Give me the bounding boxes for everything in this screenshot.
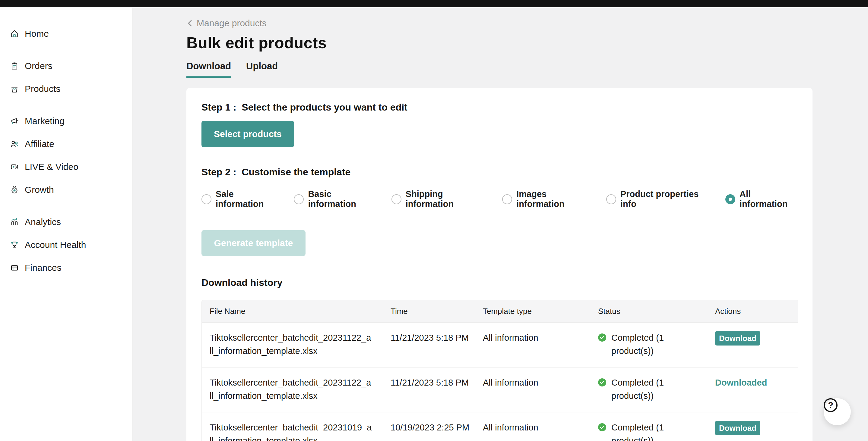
column-header-template-type: Template type (483, 307, 598, 316)
sidebar-item-affiliate[interactable]: Affiliate (0, 133, 132, 156)
video-camera-icon (10, 162, 19, 171)
generate-template-button[interactable]: Generate template (202, 230, 306, 256)
radio-option-images-information[interactable]: Images information (502, 189, 592, 209)
page-title: Bulk edit products (186, 34, 868, 52)
radio-unselected-icon (294, 194, 304, 204)
radio-option-shipping-information[interactable]: Shipping information (392, 189, 489, 209)
growth-star-icon (10, 185, 19, 194)
analytics-chart-icon (10, 217, 19, 227)
sidebar-item-label: LIVE & Video (25, 162, 79, 172)
downloaded-link[interactable]: Downloaded (715, 378, 767, 387)
sidebar-divider (6, 206, 126, 206)
sidebar-item-label: Account Health (25, 240, 86, 250)
radio-option-label: All information (740, 189, 798, 209)
template-type-cell: All information (483, 421, 598, 441)
file-name-cell: Tiktoksellercenter_batchedit_20231122_al… (202, 376, 391, 402)
table-header-row: File NameTimeTemplate typeStatusActions (202, 300, 798, 322)
check-circle-icon (598, 376, 606, 402)
sidebar-item-orders[interactable]: Orders (0, 55, 132, 77)
template-radio-group: Sale informationBasic informationShippin… (202, 189, 798, 209)
table-row: Tiktoksellercenter_batchedit_20231122_al… (202, 367, 798, 412)
radio-option-label: Product properties info (620, 189, 711, 209)
status-text: Completed (1 product(s)) (611, 376, 673, 402)
download-button[interactable]: Download (715, 331, 760, 345)
tab-bar: DownloadUpload (186, 61, 868, 78)
radio-option-basic-information[interactable]: Basic information (294, 189, 377, 209)
file-name-cell: Tiktoksellercenter_batchedit_20231019_al… (202, 421, 391, 441)
step2-heading: Step 2 : Customise the template (202, 167, 798, 178)
column-header-time: Time (391, 307, 483, 316)
sidebar-item-label: Orders (25, 61, 53, 71)
actions-cell: Download (715, 421, 798, 441)
sidebar-item-marketing[interactable]: Marketing (0, 110, 132, 133)
sidebar-item-label: Analytics (25, 217, 61, 227)
sidebar-item-label: Affiliate (25, 139, 54, 149)
radio-unselected-icon (392, 194, 401, 204)
status-cell: Completed (1 product(s)) (598, 331, 715, 358)
question-mark-icon: ? (824, 398, 838, 412)
sidebar-item-live-video[interactable]: LIVE & Video (0, 156, 132, 178)
chevron-left-icon (186, 19, 193, 28)
sidebar-item-label: Products (25, 84, 60, 94)
radio-unselected-icon (502, 194, 512, 204)
sidebar-item-analytics[interactable]: Analytics (0, 210, 132, 233)
radio-option-sale-information[interactable]: Sale information (202, 189, 280, 209)
sidebar-item-growth[interactable]: Growth (0, 178, 132, 201)
tab-upload[interactable]: Upload (246, 61, 278, 78)
radio-option-label: Shipping information (406, 189, 489, 209)
radio-unselected-icon (202, 194, 211, 204)
status-cell: Completed (1 product(s)) (598, 421, 715, 441)
sidebar-item-label: Growth (25, 185, 54, 195)
table-body: Tiktoksellercenter_batchedit_20231122_al… (202, 322, 798, 441)
table-row: Tiktoksellercenter_batchedit_20231122_al… (202, 322, 798, 367)
radio-option-all-information[interactable]: All information (725, 189, 798, 209)
file-name-cell: Tiktoksellercenter_batchedit_20231122_al… (202, 331, 391, 358)
radio-option-label: Basic information (308, 189, 377, 209)
time-cell: 10/19/2023 2:25 PM (391, 421, 483, 441)
sidebar-item-account-health[interactable]: Account Health (0, 233, 132, 256)
download-history-heading: Download history (202, 277, 798, 288)
actions-cell: Downloaded (715, 376, 798, 402)
tab-download[interactable]: Download (186, 61, 231, 78)
check-circle-icon (598, 421, 606, 441)
radio-unselected-icon (606, 194, 616, 204)
status-text: Completed (1 product(s)) (611, 421, 673, 441)
select-products-button[interactable]: Select products (202, 121, 294, 147)
download-button[interactable]: Download (715, 421, 760, 435)
sidebar-item-label: Home (25, 29, 49, 39)
time-cell: 11/21/2023 5:18 PM (391, 331, 483, 358)
sidebar-item-label: Marketing (25, 116, 65, 126)
help-button[interactable]: ? (824, 398, 851, 425)
step1-heading: Step 1 : Select the products you want to… (202, 102, 798, 113)
sidebar-item-products[interactable]: Products (0, 77, 132, 100)
template-type-cell: All information (483, 376, 598, 402)
table-row: Tiktoksellercenter_batchedit_20231019_al… (202, 412, 798, 441)
trophy-icon (10, 240, 19, 249)
sidebar-divider (6, 105, 126, 105)
credit-card-icon (10, 263, 19, 272)
column-header-status: Status (598, 307, 715, 316)
top-black-bar (0, 0, 868, 7)
breadcrumb[interactable]: Manage products (186, 18, 267, 28)
time-cell: 11/21/2023 5:18 PM (391, 376, 483, 402)
main-content: Manage products Bulk edit products Downl… (133, 7, 868, 441)
sidebar-divider (6, 50, 126, 50)
check-circle-icon (598, 331, 606, 358)
sidebar-item-home[interactable]: Home (0, 22, 132, 45)
template-type-cell: All information (483, 331, 598, 358)
sidebar-item-finances[interactable]: Finances (0, 256, 132, 279)
download-history-table: File NameTimeTemplate typeStatusActions … (202, 300, 798, 441)
bulk-edit-card: Step 1 : Select the products you want to… (186, 88, 812, 441)
orders-icon (10, 62, 19, 70)
radio-option-label: Sale information (216, 189, 280, 209)
home-icon (10, 29, 19, 38)
megaphone-icon (10, 116, 19, 126)
radio-option-product-properties-info[interactable]: Product properties info (606, 189, 711, 209)
affiliate-users-icon (10, 139, 19, 148)
products-icon (10, 84, 19, 93)
column-header-file-name: File Name (202, 307, 391, 316)
radio-option-label: Images information (516, 189, 592, 209)
actions-cell: Download (715, 331, 798, 358)
status-text: Completed (1 product(s)) (611, 331, 673, 358)
radio-selected-icon (725, 194, 735, 204)
